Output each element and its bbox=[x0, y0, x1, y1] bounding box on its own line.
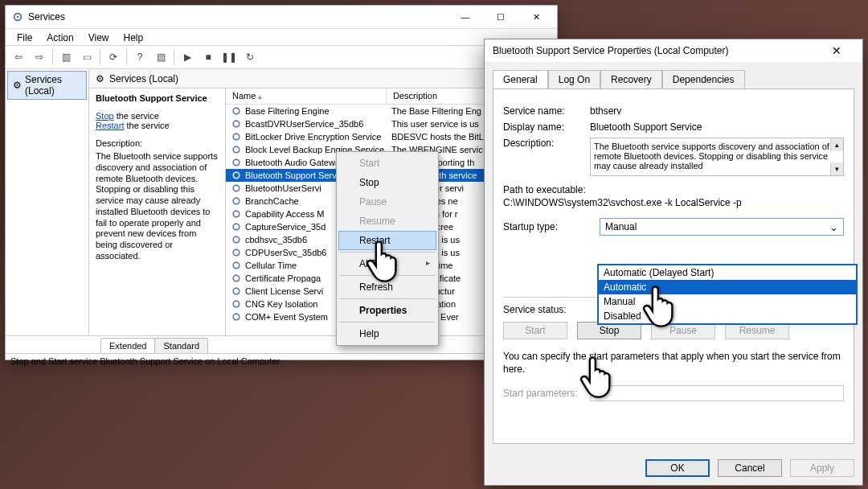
scroll-down-icon[interactable]: ▾ bbox=[830, 162, 843, 175]
gear-icon bbox=[231, 157, 242, 168]
gear-icon bbox=[231, 298, 242, 310]
menu-help[interactable]: Help bbox=[117, 31, 150, 43]
pause-icon[interactable]: ❚❚ bbox=[219, 47, 239, 67]
ctx-properties[interactable]: Properties bbox=[338, 301, 436, 320]
startup-type-select[interactable]: Manual bbox=[600, 218, 844, 236]
restart-link[interactable]: Restart bbox=[96, 121, 124, 130]
ctx-separator bbox=[339, 298, 436, 299]
play-icon[interactable]: ▶ bbox=[178, 47, 197, 67]
svg-point-7 bbox=[233, 172, 240, 179]
toolbar-separator bbox=[100, 49, 100, 65]
svg-point-11 bbox=[233, 224, 240, 230]
restart-icon[interactable]: ↻ bbox=[240, 47, 260, 67]
window-title: Services bbox=[28, 11, 448, 23]
dialog-title: Bluetooth Support Service Properties (Lo… bbox=[493, 45, 819, 56]
label-path: Path to executable: bbox=[503, 184, 586, 195]
gear-icon bbox=[231, 105, 242, 117]
pause-button: Pause bbox=[651, 322, 715, 339]
control-buttons-row: Start Stop Pause Resume bbox=[503, 322, 844, 339]
resume-button: Resume bbox=[725, 322, 789, 339]
restart-link-after: the service bbox=[124, 121, 169, 130]
value-display-name: Bluetooth Support Service bbox=[590, 121, 844, 133]
svg-point-4 bbox=[233, 134, 240, 140]
gear-icon bbox=[231, 221, 242, 232]
ctx-start: Start bbox=[338, 154, 436, 173]
dropdown-option[interactable]: Manual bbox=[599, 294, 856, 309]
dialog-titlebar: Bluetooth Support Service Properties (Lo… bbox=[485, 39, 862, 62]
toolbar: ⇦ ⇨ ▥ ▭ ⟳ ? ▤ ▶ ■ ❚❚ ↻ bbox=[6, 45, 557, 69]
tree-item-services-local[interactable]: ⚙ Services (Local) bbox=[7, 71, 87, 100]
ok-button[interactable]: OK bbox=[645, 459, 710, 477]
tab-extended[interactable]: Extended bbox=[100, 338, 155, 353]
hint-text: You can specify the start parameters tha… bbox=[503, 351, 844, 376]
help-button[interactable]: ? bbox=[130, 47, 149, 67]
ctx-restart[interactable]: Restart bbox=[338, 231, 436, 250]
dropdown-option[interactable]: Disabled bbox=[599, 309, 856, 323]
cancel-button[interactable]: Cancel bbox=[718, 459, 782, 477]
export-button[interactable]: ▭ bbox=[77, 47, 96, 67]
col-name[interactable]: Name ▴ bbox=[226, 88, 387, 104]
dropdown-option[interactable]: Automatic (Delayed Start) bbox=[599, 265, 856, 280]
dropdown-option[interactable]: Automatic bbox=[599, 280, 856, 294]
tab-logon[interactable]: Log On bbox=[548, 70, 600, 88]
svg-point-8 bbox=[233, 185, 240, 191]
status-bar: Stop and Start service Bluetooth Support… bbox=[6, 353, 557, 369]
gear-icon bbox=[231, 234, 242, 245]
scroll-up-icon[interactable]: ▴ bbox=[830, 138, 843, 151]
tab-standard[interactable]: Standard bbox=[154, 338, 208, 353]
services-window: Services — ☐ ✕ File Action View Help ⇦ ⇨… bbox=[5, 5, 558, 360]
apply-button: Apply bbox=[790, 459, 854, 477]
svg-point-16 bbox=[233, 288, 240, 294]
gear-icon bbox=[231, 311, 242, 323]
show-hide-button[interactable]: ▥ bbox=[56, 47, 76, 67]
context-menu: Start Stop Pause Resume Restart All Task… bbox=[336, 151, 439, 346]
ctx-help[interactable]: Help bbox=[338, 324, 436, 343]
start-params-input[interactable] bbox=[590, 385, 844, 401]
label-startup-type: Startup type: bbox=[503, 221, 600, 232]
svg-point-13 bbox=[233, 249, 240, 256]
startup-type-value: Manual bbox=[605, 221, 637, 232]
stop-link[interactable]: Stop bbox=[96, 111, 114, 121]
tab-recovery[interactable]: Recovery bbox=[600, 70, 662, 88]
bottom-tabs: Extended Standard bbox=[6, 335, 557, 353]
menu-file[interactable]: File bbox=[10, 31, 39, 43]
ctx-all-tasks[interactable]: All Tasks bbox=[338, 254, 436, 273]
ctx-stop[interactable]: Stop bbox=[338, 173, 436, 192]
stop-icon[interactable]: ■ bbox=[199, 47, 218, 67]
gear-icon bbox=[231, 195, 242, 207]
svg-point-3 bbox=[233, 121, 240, 127]
dialog-tabs: General Log On Recovery Dependencies bbox=[485, 62, 862, 88]
service-details-panel: Bluetooth Support Service Stop the servi… bbox=[89, 88, 226, 335]
gear-icon bbox=[231, 118, 242, 129]
properties-button[interactable]: ▤ bbox=[151, 47, 170, 67]
dialog-close-button[interactable]: ✕ bbox=[819, 39, 854, 62]
svg-point-5 bbox=[233, 146, 240, 153]
forward-button[interactable]: ⇨ bbox=[30, 47, 49, 67]
menu-action[interactable]: Action bbox=[40, 31, 80, 43]
toolbar-separator bbox=[174, 49, 174, 65]
tab-dependencies[interactable]: Dependencies bbox=[662, 70, 745, 88]
body-layout: ⚙ Services (Local) ⚙ Services (Local) Bl… bbox=[6, 69, 557, 335]
service-name: Base Filtering Engine bbox=[245, 106, 391, 116]
svg-point-17 bbox=[233, 301, 240, 307]
svg-point-2 bbox=[233, 108, 240, 114]
label-service-status: Service status: bbox=[503, 304, 600, 315]
ctx-separator bbox=[339, 322, 436, 323]
svg-point-14 bbox=[233, 262, 240, 269]
service-name: BitLocker Drive Encryption Service bbox=[245, 132, 391, 142]
window-controls: — ☐ ✕ bbox=[448, 6, 554, 29]
ctx-refresh[interactable]: Refresh bbox=[338, 277, 436, 297]
description-label: Description: bbox=[96, 138, 219, 148]
stop-button[interactable]: Stop bbox=[577, 322, 641, 339]
tab-general[interactable]: General bbox=[493, 70, 548, 88]
menu-view[interactable]: View bbox=[82, 31, 116, 43]
maximize-button[interactable]: ☐ bbox=[483, 6, 518, 29]
refresh-button[interactable]: ⟳ bbox=[104, 47, 123, 67]
minimize-button[interactable]: — bbox=[448, 6, 483, 29]
gear-icon bbox=[12, 11, 23, 23]
svg-point-9 bbox=[233, 198, 240, 204]
back-button[interactable]: ⇦ bbox=[9, 47, 28, 67]
gear-icon: ⚙ bbox=[13, 80, 22, 91]
close-button[interactable]: ✕ bbox=[518, 6, 554, 29]
svg-point-18 bbox=[233, 314, 240, 320]
